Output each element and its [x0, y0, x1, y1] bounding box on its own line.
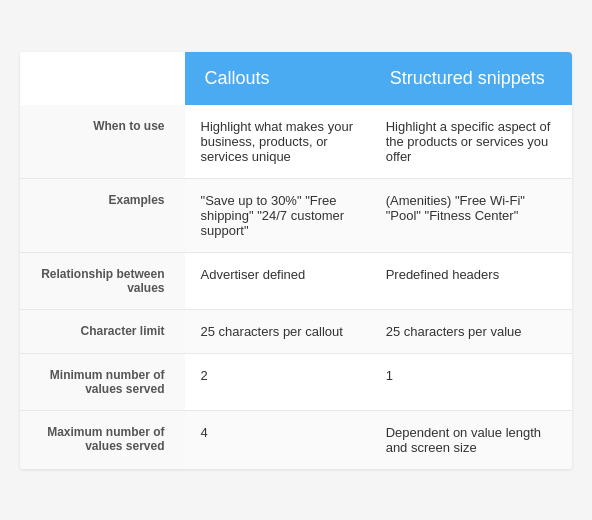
row-label-3: Character limit — [20, 309, 185, 353]
row-label-4: Minimum number of values served — [20, 353, 185, 410]
row-callouts-5: 4 — [185, 410, 370, 469]
comparison-table: Callouts Structured snippets When to use… — [20, 52, 572, 469]
row-label-1: Examples — [20, 178, 185, 252]
row-snippets-4: 1 — [370, 353, 572, 410]
row-snippets-5: Dependent on value length and screen siz… — [370, 410, 572, 469]
row-callouts-0: Highlight what makes your business, prod… — [185, 105, 370, 179]
row-callouts-2: Advertiser defined — [185, 252, 370, 309]
row-snippets-0: Highlight a specific aspect of the produ… — [370, 105, 572, 179]
header-snippets-col: Structured snippets — [370, 52, 572, 105]
row-callouts-1: "Save up to 30%" "Free shipping" "24/7 c… — [185, 178, 370, 252]
row-label-2: Relationship between values — [20, 252, 185, 309]
row-callouts-4: 2 — [185, 353, 370, 410]
row-callouts-3: 25 characters per callout — [185, 309, 370, 353]
row-snippets-3: 25 characters per value — [370, 309, 572, 353]
header-callouts-col: Callouts — [185, 52, 370, 105]
header-label-col — [20, 52, 185, 105]
row-label-0: When to use — [20, 105, 185, 179]
row-snippets-1: (Amenities) "Free Wi-Fi" "Pool" "Fitness… — [370, 178, 572, 252]
row-snippets-2: Predefined headers — [370, 252, 572, 309]
row-label-5: Maximum number of values served — [20, 410, 185, 469]
